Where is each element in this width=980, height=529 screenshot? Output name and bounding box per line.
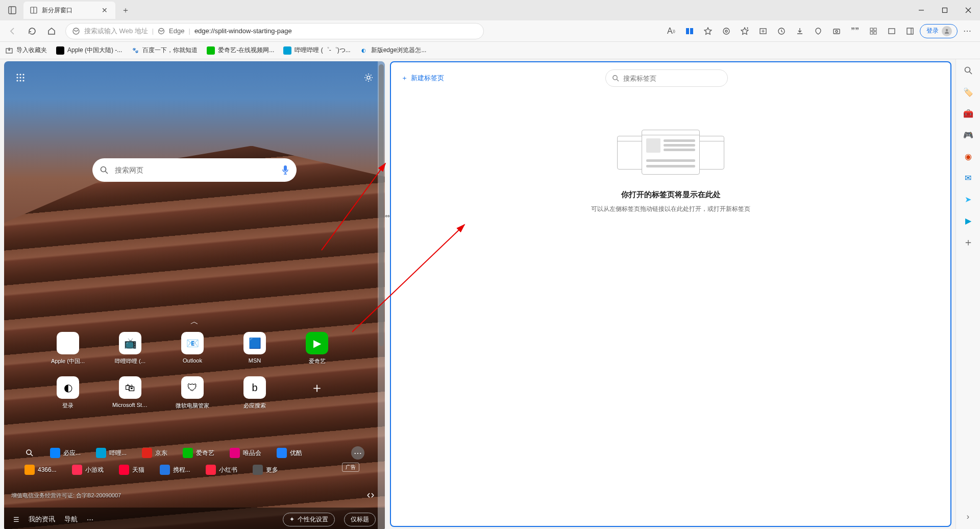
home-button[interactable] xyxy=(43,22,60,40)
bookmark-item[interactable]: Apple (中国大陆) -... xyxy=(56,46,122,55)
sidebar-search-icon[interactable] xyxy=(961,63,975,78)
search-icon xyxy=(100,165,109,175)
citations-button[interactable]: ”” xyxy=(846,22,864,40)
sidebar-toggle-button[interactable] xyxy=(901,22,919,40)
personalize-button[interactable]: ✦个性化设置 xyxy=(283,513,335,526)
sidebar-bilibili-icon[interactable]: ▶ xyxy=(961,213,975,228)
bookmark-label: 新版edge浏览器怎... xyxy=(371,46,427,55)
quick-link-icon xyxy=(50,448,60,458)
voice-search-button[interactable] xyxy=(281,165,289,175)
quick-link[interactable]: 小游戏 xyxy=(72,465,104,475)
sidebar-tools-icon[interactable]: 🧰 xyxy=(961,106,975,121)
bookmark-label: 百度一下，你就知道 xyxy=(142,46,198,55)
favorite-star-button[interactable] xyxy=(699,22,717,40)
import-favorites-button[interactable]: 导入收藏夹 xyxy=(5,46,47,55)
downloads-button[interactable] xyxy=(791,22,808,40)
quick-link-label: 唯品会 xyxy=(243,449,261,458)
quick-links-more-button[interactable]: ⋯ xyxy=(351,446,364,460)
more-menu-button[interactable]: ⋯ xyxy=(959,22,976,40)
bookmark-item[interactable]: ◐新版edge浏览器怎... xyxy=(360,46,427,55)
quick-link[interactable]: 优酷 xyxy=(277,448,302,458)
tab-close-button[interactable]: ✕ xyxy=(100,6,109,15)
bookmark-item[interactable]: 🐾百度一下，你就知道 xyxy=(131,46,198,55)
tab-actions-button[interactable] xyxy=(4,2,20,18)
bookmark-item[interactable]: 哔哩哔哩 (゜-゜)つ... xyxy=(283,46,350,55)
sidebar-office-icon[interactable]: ◉ xyxy=(961,149,975,163)
quick-link[interactable]: 爱奇艺 xyxy=(183,448,214,458)
read-aloud-button[interactable]: A)) xyxy=(663,22,680,40)
quick-link[interactable]: 携程... xyxy=(160,465,190,475)
left-pane-scrollbar[interactable] xyxy=(378,61,385,529)
apps-button[interactable] xyxy=(865,22,882,40)
performance-button[interactable] xyxy=(810,22,827,40)
quick-link[interactable]: 天猫 xyxy=(119,465,144,475)
feed-tab[interactable]: 我的资讯 xyxy=(29,515,55,524)
quick-link[interactable]: 唯品会 xyxy=(230,448,261,458)
refresh-button[interactable] xyxy=(23,22,41,40)
sidebar-add-button[interactable]: ＋ xyxy=(961,235,975,249)
minimize-button[interactable] xyxy=(910,0,933,20)
favorites-button[interactable] xyxy=(736,22,753,40)
new-tab-button[interactable]: ＋ xyxy=(117,2,134,18)
quick-tile[interactable]: 📧Outlook xyxy=(175,332,210,365)
quick-link[interactable]: 4366... xyxy=(24,465,57,475)
iqiyi-icon xyxy=(207,46,215,55)
quick-link[interactable]: 更多 xyxy=(253,465,278,475)
quick-tile[interactable]: ◐登录 xyxy=(50,376,86,410)
svg-rect-11 xyxy=(690,28,693,34)
bookmark-item[interactable]: 爱奇艺-在线视频网... xyxy=(207,46,274,55)
extensions-button[interactable] xyxy=(718,22,735,40)
quick-tile[interactable]: b必应搜索 xyxy=(237,376,273,410)
license-text: 增值电信业务经营许可证: 合字B2-20090007 xyxy=(11,492,121,499)
quick-link[interactable]: 必应... xyxy=(50,448,81,458)
sidebar-games-icon[interactable]: 🎮 xyxy=(961,128,975,142)
close-window-button[interactable] xyxy=(957,0,980,20)
scrollbar-thumb[interactable] xyxy=(379,64,384,346)
collections-button[interactable] xyxy=(754,22,772,40)
quick-link-label: 小游戏 xyxy=(85,466,104,474)
login-button[interactable]: 登录 xyxy=(920,24,958,38)
maximize-button[interactable] xyxy=(933,0,957,20)
sidebar-send-icon[interactable]: ➤ xyxy=(961,192,975,206)
expand-button[interactable] xyxy=(366,491,375,499)
split-divider[interactable]: ⇔ xyxy=(385,59,390,529)
new-tab-link[interactable]: ＋ 新建标签页 xyxy=(401,74,444,83)
split-screen-button[interactable] xyxy=(681,22,698,40)
ntp-search-input[interactable] xyxy=(115,166,275,174)
address-bar[interactable]: 搜索或输入 Web 地址 | Edge | edge://split-windo… xyxy=(65,23,484,39)
collapse-tiles-button[interactable]: ︿ xyxy=(190,317,199,327)
tab-search-input[interactable] xyxy=(623,75,721,82)
tab-active[interactable]: 新分屏窗口 ✕ xyxy=(23,2,115,19)
page-settings-button[interactable] xyxy=(359,68,378,87)
nav-tab[interactable]: 导航 xyxy=(64,515,78,524)
menu-icon[interactable]: ☰ xyxy=(13,516,19,523)
layout-title-only-button[interactable]: 仅标题 xyxy=(344,513,376,526)
add-tile-button[interactable]: ＋ xyxy=(299,376,335,410)
svg-rect-5 xyxy=(943,8,947,13)
browser-essentials-button[interactable] xyxy=(883,22,900,40)
quick-link[interactable]: 京东 xyxy=(142,448,167,458)
quick-link[interactable]: 小红书 xyxy=(206,465,237,475)
quick-tile[interactable]: Apple (中国... xyxy=(50,332,86,365)
app-launcher-button[interactable] xyxy=(11,68,30,87)
quick-link[interactable]: 哔哩... xyxy=(96,448,127,458)
back-button[interactable] xyxy=(4,22,21,40)
svg-rect-10 xyxy=(686,28,689,34)
svg-point-46 xyxy=(613,76,617,80)
quick-tile[interactable]: 📺哔哩哔哩 (... xyxy=(112,332,148,365)
quick-link-label: 优酷 xyxy=(290,449,302,458)
quick-tile[interactable]: 🛡微软电脑管家 xyxy=(175,376,210,410)
quick-tile[interactable]: ▶爱奇艺 xyxy=(299,332,335,365)
ntp-search-bar[interactable] xyxy=(92,158,297,182)
sidebar-chevron-icon[interactable]: › xyxy=(961,510,975,524)
quick-link-label: 必应... xyxy=(63,449,81,458)
quick-tile[interactable]: 🟦MSN xyxy=(237,332,273,365)
sidebar-shopping-icon[interactable]: 🏷️ xyxy=(961,85,975,99)
more-dots-icon[interactable]: ⋯ xyxy=(87,516,93,523)
quick-tile[interactable]: 🛍Microsoft Sto... xyxy=(112,376,148,410)
sidebar-outlook-icon[interactable]: ✉ xyxy=(961,171,975,185)
history-button[interactable] xyxy=(773,22,790,40)
quick-link-search[interactable] xyxy=(24,448,35,458)
tab-search-bar[interactable] xyxy=(605,69,728,87)
screenshot-button[interactable] xyxy=(828,22,845,40)
